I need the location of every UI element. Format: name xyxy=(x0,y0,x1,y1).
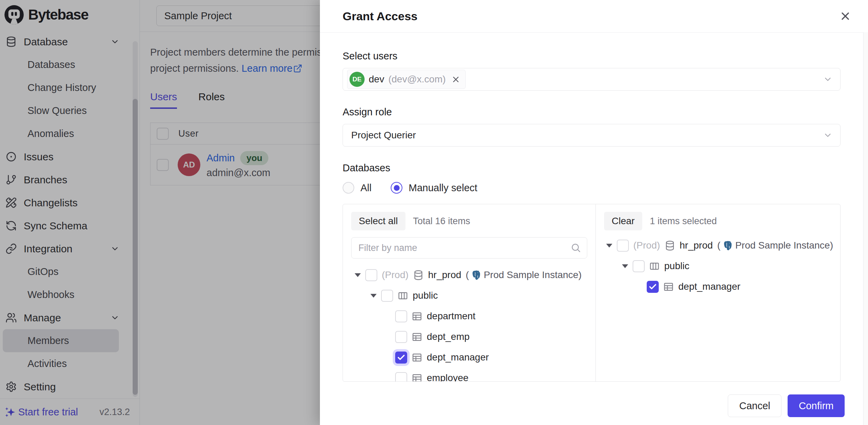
database-name: hr_prod xyxy=(428,269,461,280)
chevron-down-icon xyxy=(823,130,833,140)
instance-label: ( Prod Sample Instance) xyxy=(717,240,833,251)
radio-selected-icon[interactable] xyxy=(391,182,402,194)
tree-item-table[interactable]: department xyxy=(395,306,596,326)
instance-label: ( Prod Sample Instance) xyxy=(466,269,581,280)
checkbox-checked[interactable] xyxy=(395,352,407,364)
selected-pane: Clear 1 items selected (Prod) hr_prod ( … xyxy=(596,204,840,381)
table-name: department xyxy=(427,311,476,322)
source-tree: (Prod) hr_prod ( Prod Sample Instance) xyxy=(343,265,596,381)
postgresql-icon xyxy=(471,270,482,280)
grant-access-modal: Grant Access Select users DE dev (dev@x.… xyxy=(320,0,868,425)
tree-item-table[interactable]: dept_manager xyxy=(647,276,840,297)
close-button[interactable] xyxy=(839,10,852,22)
table-icon xyxy=(412,332,422,342)
postgresql-icon xyxy=(723,240,733,251)
table-name: dept_emp xyxy=(427,331,470,342)
modal-footer: Cancel Confirm xyxy=(320,387,863,425)
schema-name: public xyxy=(664,261,689,272)
checkbox-checked[interactable] xyxy=(647,281,659,293)
database-transfer-panel: Select all Total 16 items (Prod) hr_prod xyxy=(343,204,841,382)
tree-item-schema[interactable]: public xyxy=(370,285,596,306)
selected-count-label: 1 items selected xyxy=(650,216,717,227)
chevron-down-icon xyxy=(823,74,833,84)
database-icon xyxy=(413,270,424,280)
confirm-button[interactable]: Confirm xyxy=(788,394,845,417)
role-value: Project Querier xyxy=(347,130,416,141)
search-icon xyxy=(570,242,581,253)
checkbox-unchecked[interactable] xyxy=(381,290,393,302)
radio-unselected-icon[interactable] xyxy=(343,182,354,194)
assign-role-label: Assign role xyxy=(343,106,841,118)
remove-user-icon[interactable] xyxy=(451,75,460,84)
table-icon xyxy=(412,352,422,363)
tree-item-table[interactable]: dept_manager xyxy=(395,347,596,368)
tree-item-database[interactable]: (Prod) hr_prod ( Prod Sample Instance) xyxy=(355,265,596,285)
tree-item-table[interactable]: dept_emp xyxy=(395,326,596,347)
clear-button[interactable]: Clear xyxy=(604,212,642,230)
selected-user-chip: DE dev (dev@x.com) xyxy=(347,70,466,89)
checkbox-unchecked[interactable] xyxy=(365,269,377,281)
table-icon xyxy=(412,373,422,382)
schema-icon xyxy=(649,261,660,272)
table-icon xyxy=(412,311,422,322)
source-pane: Select all Total 16 items (Prod) hr_prod xyxy=(343,204,596,381)
env-label: (Prod) xyxy=(633,240,660,251)
table-name: dept_manager xyxy=(678,281,741,292)
checkbox-unchecked[interactable] xyxy=(395,310,407,322)
modal-scrollbar-track[interactable] xyxy=(863,32,868,425)
checkbox-unchecked[interactable] xyxy=(617,240,629,252)
chip-user-email: (dev@x.com) xyxy=(388,74,446,85)
users-multiselect[interactable]: DE dev (dev@x.com) xyxy=(343,68,841,91)
checkbox-unchecked[interactable] xyxy=(633,260,645,272)
database-icon xyxy=(665,240,675,251)
table-name: dept_manager xyxy=(427,352,489,363)
avatar: DE xyxy=(349,72,365,87)
tree-item-database[interactable]: (Prod) hr_prod ( Prod Sample Instance) xyxy=(606,235,840,256)
cancel-button[interactable]: Cancel xyxy=(728,394,781,417)
radio-manually-select[interactable]: Manually select xyxy=(391,182,477,194)
total-items-label: Total 16 items xyxy=(413,216,470,227)
env-label: (Prod) xyxy=(382,269,409,280)
table-name: employee xyxy=(427,372,468,381)
close-icon xyxy=(839,10,852,22)
check-icon xyxy=(648,283,657,291)
database-scope-radios: All Manually select xyxy=(343,182,841,194)
radio-all[interactable]: All xyxy=(343,182,371,194)
table-icon xyxy=(663,282,674,292)
schema-name: public xyxy=(413,290,438,301)
filter-input[interactable] xyxy=(351,237,587,259)
select-all-button[interactable]: Select all xyxy=(351,212,405,230)
modal-title: Grant Access xyxy=(343,10,418,23)
modal-header: Grant Access xyxy=(320,0,868,33)
database-name: hr_prod xyxy=(680,240,713,251)
checkbox-unchecked[interactable] xyxy=(395,372,407,382)
schema-icon xyxy=(398,290,408,301)
radio-manual-label: Manually select xyxy=(409,182,477,194)
tree-item-schema[interactable]: public xyxy=(622,256,840,276)
checkbox-unchecked[interactable] xyxy=(395,331,407,343)
select-users-label: Select users xyxy=(343,50,841,62)
selected-tree: (Prod) hr_prod ( Prod Sample Instance) xyxy=(596,235,840,297)
role-select[interactable]: Project Querier xyxy=(343,124,841,147)
caret-down-icon[interactable] xyxy=(370,294,377,298)
tree-item-table[interactable]: employee xyxy=(395,368,596,381)
chip-user-name: dev xyxy=(369,74,384,85)
caret-down-icon[interactable] xyxy=(606,244,612,248)
caret-down-icon[interactable] xyxy=(355,273,361,277)
check-icon xyxy=(397,353,405,362)
caret-down-icon[interactable] xyxy=(622,264,628,268)
modal-backdrop[interactable] xyxy=(0,0,320,425)
radio-all-label: All xyxy=(360,182,371,194)
databases-label: Databases xyxy=(343,162,841,174)
